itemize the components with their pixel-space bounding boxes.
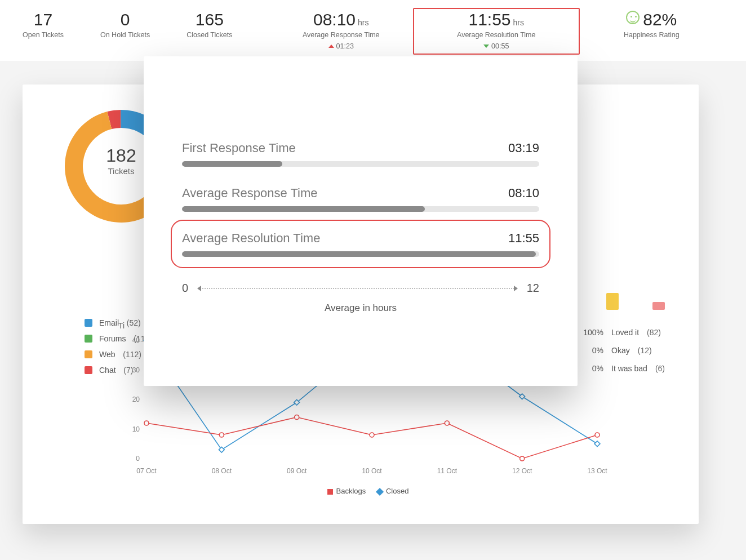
- scale-min: 0: [182, 282, 188, 295]
- kpi-label: Open Tickets: [23, 31, 64, 39]
- svg-point-19: [144, 421, 149, 425]
- metric-value: 08:10: [508, 186, 539, 201]
- kpi-value: 165: [196, 10, 224, 29]
- svg-point-22: [370, 433, 374, 437]
- happiness-bar: [652, 302, 665, 310]
- svg-text:09 Oct: 09 Oct: [287, 467, 307, 475]
- metric-label: Average Resolution Time: [182, 231, 320, 246]
- legend-swatch-backlogs: [327, 489, 333, 495]
- kpi-happiness[interactable]: 82% Happiness Rating: [580, 10, 724, 39]
- metric-row[interactable]: First Response Time03:19: [182, 141, 539, 167]
- kpi-label: Closed Tickets: [186, 31, 232, 39]
- metrics-overlay-card: First Response Time03:19Average Response…: [144, 56, 578, 386]
- kpi-value: 82%: [626, 10, 677, 29]
- metric-row[interactable]: Average Response Time08:10: [182, 186, 539, 212]
- svg-point-25: [595, 433, 600, 437]
- happiness-label: It was bad: [611, 364, 647, 373]
- legend-label: Email: [99, 318, 119, 327]
- legend-swatch: [85, 319, 92, 327]
- kpi-value: 17: [34, 10, 52, 29]
- legend-label: Backlogs: [336, 487, 366, 495]
- metric-label: Average Response Time: [182, 186, 318, 201]
- kpi-value: 11:55hrs: [468, 10, 524, 29]
- kpi-value: 0: [121, 10, 130, 29]
- svg-text:0: 0: [136, 455, 140, 463]
- metric-value: 11:55: [508, 231, 539, 246]
- svg-rect-13: [219, 447, 224, 452]
- happiness-count: (82): [647, 328, 661, 337]
- metric-row[interactable]: Average Resolution Time11:55: [182, 231, 539, 257]
- happiness-count: (12): [638, 346, 652, 355]
- kpi-value: 08:10hrs: [313, 10, 369, 29]
- kpi-label: On Hold Tickets: [100, 31, 150, 39]
- legend-swatch: [85, 366, 92, 374]
- kpi-avg-resolution-time[interactable]: 11:55hrs Average Resolution Time 00:55: [413, 8, 580, 55]
- trend-down-icon: [483, 45, 489, 48]
- metric-bar: [182, 206, 539, 212]
- kpi-bar: 17 Open Tickets 0 On Hold Tickets 165 Cl…: [0, 0, 746, 61]
- happiness-count: (6): [655, 364, 665, 373]
- kpi-label: Happiness Rating: [624, 31, 680, 39]
- svg-point-21: [295, 415, 299, 420]
- legend-swatch: [85, 350, 92, 358]
- metric-fill: [182, 206, 425, 212]
- svg-point-20: [219, 433, 224, 437]
- scale-max: 12: [527, 282, 539, 295]
- kpi-onhold-tickets[interactable]: 0 On Hold Tickets: [100, 10, 150, 39]
- svg-rect-18: [594, 441, 600, 447]
- scale-row: 0 12: [182, 282, 539, 295]
- kpi-label: Average Resolution Time: [457, 31, 535, 39]
- scale-track[interactable]: [198, 288, 517, 289]
- happiness-label: Okay: [611, 346, 630, 355]
- metric-bar: [182, 161, 539, 167]
- metric-value: 03:19: [508, 141, 539, 155]
- svg-text:10: 10: [132, 425, 140, 433]
- happiness-label: Loved it: [611, 328, 639, 337]
- smile-icon: [626, 11, 640, 24]
- metric-fill: [182, 161, 282, 167]
- kpi-label: Average Response Time: [303, 31, 380, 39]
- legend-label: Web: [99, 350, 116, 359]
- kpi-delta: 01:23: [328, 42, 354, 50]
- svg-point-24: [520, 456, 525, 461]
- svg-text:11 Oct: 11 Oct: [437, 467, 458, 475]
- trend-up-icon: [328, 45, 334, 48]
- kpi-open-tickets[interactable]: 17 Open Tickets: [23, 10, 64, 39]
- svg-text:12 Oct: 12 Oct: [512, 467, 532, 475]
- legend-label: Closed: [386, 487, 408, 495]
- legend-swatch-closed: [376, 487, 384, 495]
- svg-text:13 Oct: 13 Oct: [587, 467, 607, 475]
- svg-text:20: 20: [132, 395, 140, 403]
- svg-text:40: 40: [132, 336, 140, 344]
- legend-swatch: [85, 335, 92, 343]
- legend-label: Chat: [99, 366, 116, 375]
- svg-text:30: 30: [132, 366, 140, 374]
- happiness-bar: [606, 293, 619, 310]
- svg-text:10 Oct: 10 Oct: [362, 467, 382, 475]
- metric-label: First Response Time: [182, 141, 296, 155]
- scale-label: Average in hours: [182, 303, 539, 314]
- metric-fill: [182, 251, 536, 257]
- metric-bar: [182, 251, 539, 257]
- kpi-closed-tickets[interactable]: 165 Closed Tickets: [186, 10, 232, 39]
- svg-text:08 Oct: 08 Oct: [212, 467, 232, 475]
- svg-point-23: [445, 421, 449, 425]
- kpi-avg-response-time[interactable]: 08:10hrs Average Response Time 01:23: [269, 10, 413, 50]
- kpi-delta: 00:55: [483, 42, 509, 50]
- traffic-legend: Backlogs Closed: [118, 487, 609, 495]
- svg-text:07 Oct: 07 Oct: [136, 467, 157, 475]
